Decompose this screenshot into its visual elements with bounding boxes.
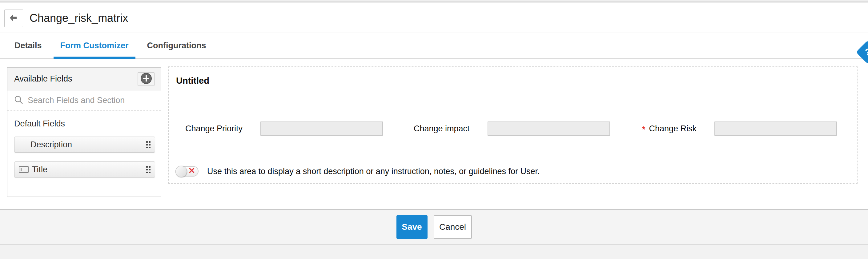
drag-handle-icon[interactable] [146, 166, 151, 173]
required-asterisk: * [642, 125, 646, 134]
plus-circle-icon [141, 73, 152, 86]
search-row [7, 91, 161, 111]
window-top-strip [0, 0, 868, 2]
tab-bar: Details Form Customizer Configurations [0, 33, 868, 59]
palette-field-label: Title [32, 165, 48, 174]
field-label: Change Priority [185, 124, 243, 133]
toggle-off-x-icon: ✕ [188, 167, 195, 175]
field-label: Change Risk [649, 124, 697, 133]
palette-field-title[interactable]: Title [14, 161, 155, 177]
search-icon [14, 95, 23, 106]
cancel-button[interactable]: Cancel [434, 215, 472, 239]
drag-handle-icon[interactable] [146, 141, 151, 148]
change-priority-input[interactable] [260, 122, 383, 136]
tab-configurations[interactable]: Configurations [141, 33, 213, 58]
page-bottom-strip [0, 245, 868, 259]
change-risk-input[interactable] [714, 122, 837, 136]
back-button[interactable] [4, 9, 23, 27]
change-impact-input[interactable] [488, 122, 610, 136]
search-fields-input[interactable] [28, 96, 151, 105]
text-input-icon [19, 166, 29, 173]
action-footer: Save Cancel [0, 209, 868, 245]
description-toggle-text: Use this area to display a short descrip… [207, 167, 540, 176]
available-fields-title: Available Fields [14, 74, 72, 84]
field-label: Change impact [414, 124, 470, 133]
add-field-button[interactable] [137, 72, 155, 86]
available-fields-panel: Available Fields Default Fields Descript… [7, 67, 161, 197]
back-arrow-icon [9, 14, 19, 23]
available-fields-header: Available Fields [7, 68, 161, 91]
form-field-change-risk: * Change Risk [642, 122, 837, 136]
page-header: Change_risk_matrix [0, 3, 868, 33]
toggle-knob[interactable] [176, 166, 187, 177]
section-divider [176, 91, 850, 91]
description-toggle-row: ✕ Use this area to display a short descr… [176, 166, 540, 176]
tab-details[interactable]: Details [8, 33, 49, 58]
description-toggle[interactable]: ✕ [176, 166, 198, 176]
form-field-change-priority: Change Priority [185, 122, 383, 136]
tab-form-customizer[interactable]: Form Customizer [54, 33, 135, 58]
canvas-section-title: Untitled [176, 76, 209, 86]
form-canvas: Untitled Change Priority Change impact *… [168, 66, 858, 184]
form-field-change-impact: Change impact [414, 122, 610, 136]
palette-field-description[interactable]: Description [14, 137, 155, 153]
default-fields-label: Default Fields [14, 119, 155, 129]
default-fields-section: Default Fields Description Title [7, 111, 161, 177]
page-title: Change_risk_matrix [30, 3, 128, 33]
save-button[interactable]: Save [397, 215, 428, 239]
palette-field-label: Description [30, 140, 72, 150]
question-mark-icon: ? [859, 44, 868, 61]
